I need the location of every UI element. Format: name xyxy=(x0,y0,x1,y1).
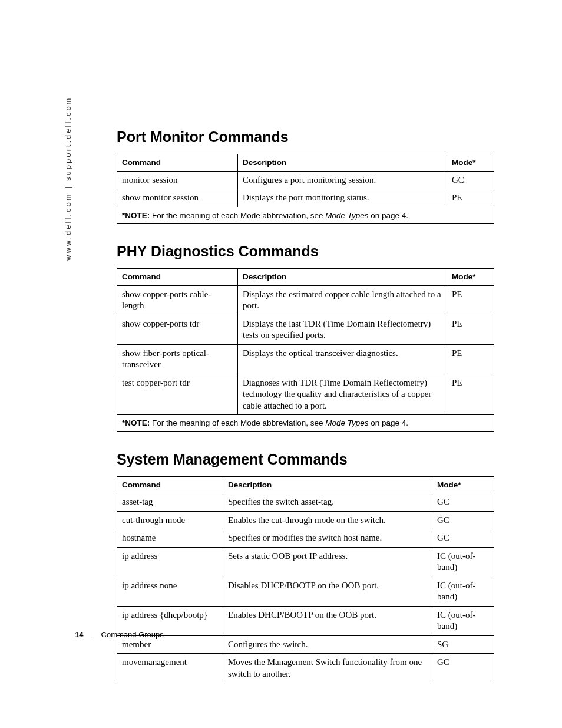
cell-mode: GC xyxy=(432,654,494,683)
heading-system-management: System Management Commands xyxy=(117,451,494,468)
col-description: Description xyxy=(238,269,447,286)
cell-mode: PE xyxy=(447,189,494,207)
table-row: hostname Specifies or modifies the switc… xyxy=(117,529,494,548)
col-description: Description xyxy=(223,476,432,493)
cell-command: show copper-ports cable-length xyxy=(117,285,238,315)
table-row: show monitor session Displays the port m… xyxy=(117,189,494,207)
note-link: Mode Types xyxy=(325,211,368,220)
table-note-row: *NOTE: For the meaning of each Mode abbr… xyxy=(117,207,494,224)
section-port-monitor: Port Monitor Commands Command Descriptio… xyxy=(117,129,494,224)
cell-description: Displays the optical transceiver diagnos… xyxy=(238,344,447,374)
page-content: Port Monitor Commands Command Descriptio… xyxy=(117,129,494,702)
cell-description: Sets a static OOB port IP address. xyxy=(223,547,432,577)
cell-mode: GC xyxy=(447,171,494,189)
cell-mode: IC (out-of-band) xyxy=(432,606,494,635)
table-row: show copper-ports cable-length Displays … xyxy=(117,285,494,315)
table-row: ip address none Disables DHCP/BOOTP on t… xyxy=(117,577,494,606)
cell-command: ip address xyxy=(117,547,223,577)
note-text: For the meaning of each Mode abbreviatio… xyxy=(150,211,325,220)
table-row: member Configures the switch. SG xyxy=(117,635,494,654)
note-text: For the meaning of each Mode abbreviatio… xyxy=(150,419,325,427)
cell-mode: IC (out-of-band) xyxy=(432,577,494,606)
cell-command: show monitor session xyxy=(117,189,238,207)
note-prefix: *NOTE: xyxy=(122,419,150,427)
cell-command: show copper-ports tdr xyxy=(117,315,238,344)
cell-description: Enables the cut-through mode on the swit… xyxy=(223,511,432,529)
table-note: *NOTE: For the meaning of each Mode abbr… xyxy=(117,415,494,432)
cell-mode: SG xyxy=(432,635,494,654)
cell-description: Configures the switch. xyxy=(223,635,432,654)
cell-mode: PE xyxy=(447,344,494,374)
table-note: *NOTE: For the meaning of each Mode abbr… xyxy=(117,207,494,224)
note-prefix: *NOTE: xyxy=(122,211,150,220)
table-row: movemanagement Moves the Management Swit… xyxy=(117,654,494,683)
table-header-row: Command Description Mode* xyxy=(117,154,494,172)
table-system-management: Command Description Mode* asset-tag Spec… xyxy=(117,476,494,684)
table-port-monitor: Command Description Mode* monitor sessio… xyxy=(117,154,494,224)
cell-description: Displays the last TDR (Time Domain Refle… xyxy=(238,315,447,344)
cell-description: Diagnoses with TDR (Time Domain Reflecto… xyxy=(238,374,447,415)
cell-command: monitor session xyxy=(117,171,238,189)
table-header-row: Command Description Mode* xyxy=(117,269,494,286)
table-row: show copper-ports tdr Displays the last … xyxy=(117,315,494,344)
table-note-row: *NOTE: For the meaning of each Mode abbr… xyxy=(117,415,494,432)
footer-section-name: Command Groups xyxy=(101,630,164,639)
side-url-text: www.dell.com | support.dell.com xyxy=(64,97,72,261)
cell-mode: PE xyxy=(447,285,494,315)
table-row: test copper-port tdr Diagnoses with TDR … xyxy=(117,374,494,415)
cell-mode: GC xyxy=(432,493,494,512)
table-row: show fiber-ports optical-transceiver Dis… xyxy=(117,344,494,374)
cell-mode: PE xyxy=(447,374,494,415)
cell-description: Specifies or modifies the switch host na… xyxy=(223,529,432,548)
cell-description: Configures a port monitoring session. xyxy=(238,171,447,189)
col-description: Description xyxy=(238,154,447,172)
cell-description: Disables DHCP/BOOTP on the OOB port. xyxy=(223,577,432,606)
cell-description: Displays the port monitoring status. xyxy=(238,189,447,207)
cell-mode: PE xyxy=(447,315,494,344)
cell-description: Specifies the switch asset-tag. xyxy=(223,493,432,512)
col-command: Command xyxy=(117,154,238,172)
table-row: asset-tag Specifies the switch asset-tag… xyxy=(117,493,494,512)
cell-mode: GC xyxy=(432,529,494,548)
table-row: cut-through mode Enables the cut-through… xyxy=(117,511,494,529)
cell-command: show fiber-ports optical-transceiver xyxy=(117,344,238,374)
heading-port-monitor: Port Monitor Commands xyxy=(117,129,494,146)
table-row: ip address {dhcp/bootp} Enables DHCP/BOO… xyxy=(117,606,494,635)
cell-mode: IC (out-of-band) xyxy=(432,547,494,577)
table-phy-diagnostics: Command Description Mode* show copper-po… xyxy=(117,268,494,432)
cell-command: movemanagement xyxy=(117,654,223,683)
cell-description: Enables DHCP/BOOTP on the OOB port. xyxy=(223,606,432,635)
note-suffix: on page 4. xyxy=(368,211,408,220)
cell-mode: GC xyxy=(432,511,494,529)
col-mode: Mode* xyxy=(447,154,494,172)
col-command: Command xyxy=(117,269,238,286)
col-mode: Mode* xyxy=(447,269,494,286)
cell-command: asset-tag xyxy=(117,493,223,512)
cell-description: Displays the estimated copper cable leng… xyxy=(238,285,447,315)
cell-command: hostname xyxy=(117,529,223,548)
page-number: 14 xyxy=(75,630,83,639)
cell-command: test copper-port tdr xyxy=(117,374,238,415)
col-command: Command xyxy=(117,476,223,493)
footer-separator: | xyxy=(91,631,93,638)
table-row: monitor session Configures a port monito… xyxy=(117,171,494,189)
heading-phy-diagnostics: PHY Diagnostics Commands xyxy=(117,243,494,260)
col-mode: Mode* xyxy=(432,476,494,493)
table-row: ip address Sets a static OOB port IP add… xyxy=(117,547,494,577)
section-system-management: System Management Commands Command Descr… xyxy=(117,451,494,684)
section-phy-diagnostics: PHY Diagnostics Commands Command Descrip… xyxy=(117,243,494,432)
table-header-row: Command Description Mode* xyxy=(117,476,494,493)
note-suffix: on page 4. xyxy=(368,419,408,427)
note-link: Mode Types xyxy=(325,419,368,427)
cell-command: cut-through mode xyxy=(117,511,223,529)
cell-command: ip address none xyxy=(117,577,223,606)
page-footer: 14 | Command Groups xyxy=(75,630,164,639)
cell-description: Moves the Management Switch functionalit… xyxy=(223,654,432,683)
